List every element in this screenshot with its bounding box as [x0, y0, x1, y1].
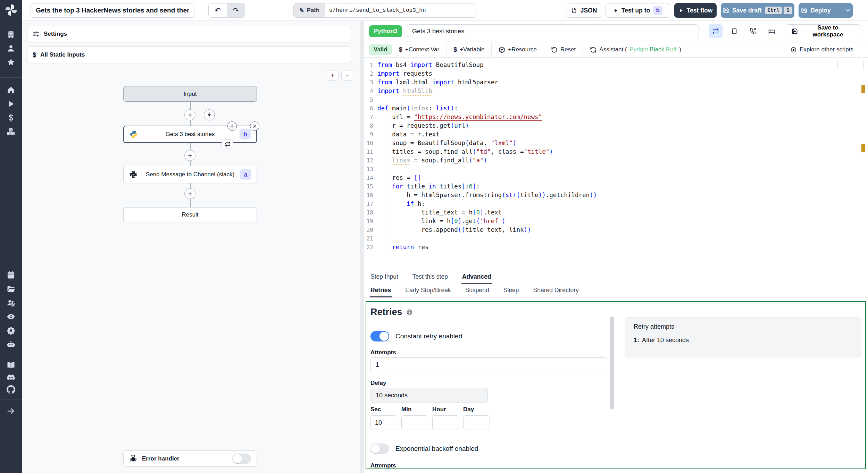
restart-from-step-button[interactable] [222, 140, 233, 149]
home-icon[interactable] [7, 86, 15, 94]
star-icon[interactable] [7, 58, 15, 67]
code-line[interactable]: 5 [364, 95, 868, 104]
flow-settings-button[interactable]: Settings [27, 26, 351, 42]
restart-loop-button[interactable] [709, 24, 723, 38]
subtab-shared-directory[interactable]: Shared Directory [533, 284, 579, 297]
sleep-button[interactable] [765, 24, 779, 38]
code-line[interactable]: 7 url = "https://news.ycombinator.com/ne… [364, 113, 868, 121]
tab-advanced[interactable]: Advanced [461, 270, 492, 284]
deploy-button[interactable]: Deploy [799, 3, 853, 18]
delay-input[interactable] [370, 388, 488, 403]
json-button[interactable]: JSON [567, 3, 601, 18]
subtab-sleep[interactable]: Sleep [503, 284, 520, 297]
add-context-var-button[interactable]: $ +Context Var [392, 46, 446, 53]
code-line[interactable]: 11 titles = soup.find_all("td", class_="… [364, 147, 868, 156]
flow-node-input[interactable]: Input [123, 86, 257, 102]
zoom-out-button[interactable]: − [341, 70, 353, 81]
path-input[interactable] [325, 3, 476, 17]
subtab-suspend[interactable]: Suspend [465, 284, 490, 297]
card-view-button[interactable] [727, 24, 741, 38]
code-line[interactable]: 12 links = soup.find_all("a") [364, 156, 868, 165]
reset-button[interactable]: Reset [544, 46, 583, 53]
panel-scrollbar[interactable] [610, 316, 614, 409]
arrow-right-icon[interactable] [7, 407, 15, 415]
user-group-icon[interactable] [7, 298, 15, 307]
gear-icon[interactable] [7, 326, 15, 335]
subtab-retries[interactable]: Retries [370, 284, 392, 297]
calendar-icon[interactable] [7, 271, 15, 279]
robot-icon[interactable] [7, 340, 15, 349]
add-trigger-button[interactable] [204, 109, 215, 120]
call-input-button[interactable] [746, 24, 760, 38]
info-icon[interactable] [406, 309, 413, 315]
code-line[interactable]: 21 [364, 234, 868, 243]
code-line[interactable]: 16 h = html5parser.fromstring(str(title)… [364, 191, 868, 200]
book-icon[interactable] [7, 361, 15, 370]
subtab-early-stop-break[interactable]: Early Stop/Break [404, 284, 451, 297]
panel-resize-handle[interactable] [360, 21, 364, 473]
error-handler-node[interactable]: Error handler [123, 450, 257, 467]
dollar-icon[interactable] [7, 113, 15, 122]
deploy-menu-button[interactable] [845, 7, 856, 14]
building-icon[interactable] [7, 30, 15, 39]
code-line[interactable]: 1from bs4 import BeautifulSoup [364, 61, 868, 69]
test-flow-button[interactable]: Test flow [674, 3, 717, 18]
constant-retry-toggle[interactable] [370, 331, 389, 341]
code-line[interactable]: 8 r = requests.get(url) [364, 121, 868, 130]
script-name-input[interactable] [407, 24, 699, 38]
retry-hour-input[interactable] [432, 415, 459, 430]
cubes-icon[interactable] [7, 127, 15, 136]
retry-day-input[interactable] [463, 415, 490, 430]
code-line[interactable]: 9 data = r.text [364, 130, 868, 139]
insert-step-button[interactable] [184, 188, 195, 199]
zoom-in-button[interactable]: + [327, 70, 339, 81]
code-line[interactable]: 17 if h: [364, 200, 868, 208]
add-variable-button[interactable]: $ +Variable [446, 46, 491, 53]
undo-button[interactable]: ↶ [209, 3, 227, 17]
code-line[interactable]: 15 for title in titles[:6]: [364, 182, 868, 191]
code-line[interactable]: 2import requests [364, 69, 868, 78]
code-line[interactable]: 6def main(infos: list): [364, 104, 868, 113]
delete-step-button[interactable] [250, 121, 259, 131]
flow-node-result[interactable]: Result [123, 207, 257, 222]
save-draft-button[interactable]: Save draft CtrlS [721, 3, 794, 18]
code-line[interactable]: 22 return res [364, 243, 868, 252]
tab-step-input[interactable]: Step Input [370, 270, 399, 284]
code-line[interactable]: 13 [364, 165, 868, 174]
all-static-inputs-button[interactable]: $ All Static Inputs [27, 47, 351, 63]
exponential-backoff-toggle[interactable] [370, 444, 389, 454]
tab-test-this-step[interactable]: Test this step [412, 270, 449, 284]
code-line[interactable]: 14 res = [] [364, 174, 868, 182]
add-resource-button[interactable]: +Resource [492, 46, 544, 53]
retry-attempts-summary: Retry attempts 1: After 10 seconds [625, 317, 861, 357]
eye-icon[interactable] [7, 312, 15, 321]
explore-other-scripts-button[interactable]: Explore other scripts [783, 46, 860, 53]
move-step-handle[interactable] [227, 121, 237, 131]
insert-step-button[interactable] [184, 109, 195, 120]
code-line[interactable]: 10 soup = BeautifulSoup(data, "lxml") [364, 139, 868, 147]
flow-node-slack-step[interactable]: Send Message to Channel (slack) a [123, 166, 257, 183]
redo-button[interactable]: ↷ [227, 3, 245, 17]
retry-sec-input[interactable] [370, 415, 397, 430]
code-line[interactable]: 20 res.append((title_text, link)) [364, 226, 868, 234]
retry-min-input[interactable] [401, 415, 428, 430]
assistant-status[interactable]: Assistant (Pyright Black Ruff) [583, 46, 688, 53]
folder-icon[interactable] [7, 285, 15, 293]
user-icon[interactable] [7, 44, 15, 53]
discord-icon[interactable] [7, 373, 15, 382]
code-line[interactable]: 4import html5lib [364, 87, 868, 95]
flow-title-input[interactable] [31, 3, 194, 18]
flow-node-python-step[interactable]: Gets 3 best stories b [123, 126, 257, 143]
windmill-logo-icon[interactable] [5, 3, 18, 17]
insert-step-button[interactable] [184, 150, 195, 161]
save-to-workspace-button[interactable]: Save to workspace [786, 24, 860, 38]
code-editor[interactable]: 1from bs4 import BeautifulSoup2import re… [364, 58, 868, 270]
attempts-input[interactable] [370, 357, 607, 372]
play-icon[interactable] [7, 100, 15, 108]
code-line[interactable]: 18 title_text = h[0].text [364, 208, 868, 217]
test-up-to-button[interactable]: Test up to b [606, 3, 670, 18]
code-line[interactable]: 3from lxml.html import html5parser [364, 78, 868, 87]
code-line[interactable]: 19 link = h[0].get('href') [364, 217, 868, 226]
error-handler-toggle[interactable] [232, 454, 251, 464]
github-icon[interactable] [7, 385, 15, 394]
